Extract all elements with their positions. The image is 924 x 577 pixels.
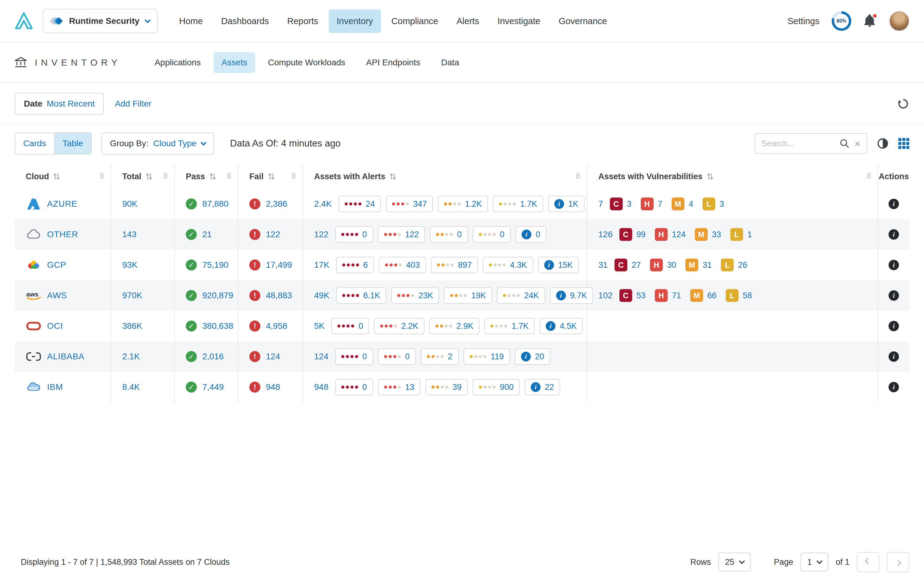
alert-badge-low[interactable]: 1.7K	[484, 318, 535, 334]
alerts-total-link[interactable]: 124	[314, 352, 328, 361]
cloud-link[interactable]: OTHER	[47, 230, 78, 239]
prev-page-button[interactable]	[857, 552, 879, 572]
reset-filters-button[interactable]	[897, 98, 909, 110]
alert-badge-low[interactable]: 900	[473, 379, 520, 395]
sort-icon[interactable]	[146, 172, 152, 181]
row-info-button[interactable]: i	[888, 290, 899, 301]
vuln-badge-high[interactable]: H7	[641, 198, 662, 210]
cards-view-button[interactable]: Cards	[15, 133, 54, 154]
alert-badge-info[interactable]: i9.7K	[550, 287, 593, 304]
alert-badge-high[interactable]: 0	[378, 348, 416, 365]
vuln-badge-critical[interactable]: C99	[619, 228, 646, 241]
fail-count-link[interactable]: 17,499	[266, 260, 292, 270]
total-count-link[interactable]: 8.4K	[122, 382, 140, 392]
vuln-badge-low[interactable]: L26	[721, 259, 747, 271]
column-settings-button[interactable]	[898, 138, 909, 149]
alert-badge-critical[interactable]: 24	[339, 196, 381, 212]
alert-badge-medium[interactable]: 2	[421, 348, 459, 365]
vuln-badge-medium[interactable]: M31	[685, 259, 712, 271]
vuln-badge-low[interactable]: L1	[730, 228, 752, 241]
vulnerabilities-total-link[interactable]: 31	[598, 260, 608, 270]
module-switcher[interactable]: Runtime Security	[43, 9, 158, 33]
total-count-link[interactable]: 2.1K	[122, 352, 140, 361]
total-count-link[interactable]: 143	[122, 230, 137, 239]
column-header-assets-with-alerts[interactable]: Assets with Alerts ⠿	[303, 164, 587, 189]
alert-badge-medium[interactable]: 19K	[444, 287, 492, 304]
total-count-link[interactable]: 386K	[122, 321, 142, 331]
tab-applications[interactable]: Applications	[147, 52, 209, 73]
pass-count-link[interactable]: 2,016	[202, 352, 224, 361]
alerts-total-link[interactable]: 49K	[314, 291, 330, 300]
pass-count-link[interactable]: 21	[202, 230, 212, 239]
column-header-assets-with-vulnerabilities[interactable]: Assets with Vulnerabilities ⠿	[587, 164, 878, 189]
alert-badge-low[interactable]: 1.7K	[493, 196, 543, 212]
nav-item-compliance[interactable]: Compliance	[383, 10, 446, 33]
alert-badge-medium[interactable]: 2.9K	[429, 318, 480, 334]
drag-handle-icon[interactable]: ⠿	[226, 172, 232, 181]
alert-badge-medium[interactable]: 39	[425, 379, 468, 395]
sort-icon[interactable]	[209, 172, 216, 181]
notifications-button[interactable]	[864, 14, 877, 28]
pass-count-link[interactable]: 380,638	[202, 321, 233, 331]
tab-api-endpoints[interactable]: API Endpoints	[358, 52, 428, 73]
search-input[interactable]	[761, 139, 835, 148]
alert-badge-low[interactable]: 0	[473, 226, 510, 243]
group-by-dropdown[interactable]: Group By: Cloud Type	[102, 132, 214, 155]
drag-handle-icon[interactable]: ⠿	[575, 172, 581, 181]
date-filter-chip[interactable]: Date Most Recent	[15, 93, 104, 115]
alerts-total-link[interactable]: 948	[314, 382, 328, 392]
vuln-badge-medium[interactable]: M4	[672, 198, 693, 210]
cloud-link[interactable]: AZURE	[47, 199, 77, 209]
vulnerabilities-total-link[interactable]: 126	[598, 230, 613, 239]
page-select[interactable]: 1	[801, 553, 829, 572]
column-header-cloud[interactable]: Cloud ⠿	[15, 164, 111, 189]
alert-badge-high[interactable]: 347	[386, 196, 433, 212]
cloud-link[interactable]: ALIBABA	[47, 352, 84, 361]
next-page-button[interactable]	[887, 552, 909, 572]
alert-badge-info[interactable]: i4.5K	[540, 318, 583, 334]
cloud-link[interactable]: OCI	[47, 321, 63, 331]
nav-item-alerts[interactable]: Alerts	[449, 10, 487, 33]
drag-handle-icon[interactable]: ⠿	[291, 172, 296, 181]
clear-search-icon[interactable]: ×	[855, 138, 861, 149]
fail-count-link[interactable]: 48,883	[266, 291, 292, 300]
alert-badge-critical[interactable]: 0	[335, 226, 373, 243]
alert-badge-medium[interactable]: 0	[430, 226, 468, 243]
vuln-badge-low[interactable]: L3	[703, 198, 724, 210]
drag-handle-icon[interactable]: ⠿	[99, 172, 105, 181]
total-count-link[interactable]: 90K	[122, 199, 137, 209]
nav-item-inventory[interactable]: Inventory	[329, 10, 381, 33]
vuln-badge-low[interactable]: L58	[726, 289, 752, 302]
vuln-badge-high[interactable]: H124	[655, 228, 686, 241]
alerts-total-link[interactable]: 122	[314, 230, 328, 239]
search-icon[interactable]	[840, 139, 850, 148]
row-info-button[interactable]: i	[888, 229, 899, 240]
row-info-button[interactable]: i	[888, 199, 899, 209]
alert-badge-high[interactable]: 2.2K	[374, 318, 425, 334]
vuln-badge-medium[interactable]: M66	[690, 289, 717, 302]
alert-badge-low[interactable]: 24K	[497, 287, 545, 304]
tab-assets[interactable]: Assets	[213, 52, 255, 73]
alert-badge-critical[interactable]: 0	[331, 318, 369, 334]
vulnerabilities-total-link[interactable]: 7	[598, 199, 603, 209]
sort-icon[interactable]	[389, 172, 396, 181]
fail-count-link[interactable]: 948	[266, 382, 280, 392]
row-info-button[interactable]: i	[888, 351, 899, 362]
vuln-badge-critical[interactable]: C27	[614, 259, 641, 271]
total-count-link[interactable]: 93K	[122, 260, 137, 270]
add-filter-button[interactable]: Add Filter	[115, 99, 152, 109]
cloud-link[interactable]: IBM	[47, 382, 63, 392]
alert-badge-high[interactable]: 122	[378, 226, 425, 243]
sort-icon[interactable]	[268, 172, 275, 181]
vulnerabilities-total-link[interactable]: 102	[598, 291, 613, 300]
app-logo[interactable]	[15, 12, 33, 30]
table-view-button[interactable]: Table	[54, 133, 91, 154]
usage-progress-badge[interactable]: 80%	[832, 11, 851, 31]
drag-handle-icon[interactable]: ⠿	[163, 172, 168, 181]
alerts-total-link[interactable]: 5K	[314, 321, 325, 331]
fail-count-link[interactable]: 122	[266, 230, 280, 239]
alert-badge-high[interactable]: 403	[379, 257, 426, 273]
alert-badge-info[interactable]: i0	[515, 226, 546, 243]
alert-badge-low[interactable]: 119	[464, 348, 510, 365]
pass-count-link[interactable]: 87,880	[202, 199, 229, 209]
